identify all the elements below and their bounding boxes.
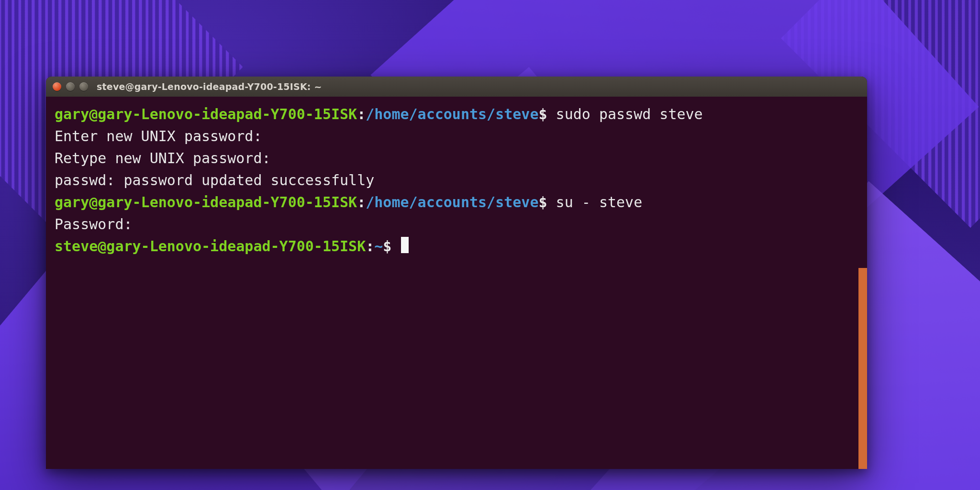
output-text: Retype new UNIX password:: [55, 150, 279, 167]
prompt-dollar: $: [538, 106, 556, 122]
scrollbar[interactable]: [858, 268, 867, 469]
prompt-colon: :: [357, 106, 366, 122]
prompt-dollar: $: [538, 194, 556, 211]
terminal-output-line: Retype new UNIX password:: [55, 147, 858, 169]
terminal-output-line: Enter new UNIX password:: [55, 125, 858, 147]
minimize-icon[interactable]: [66, 82, 75, 91]
terminal-body[interactable]: gary@gary-Lenovo-ideapad-Y700-15ISK:/hom…: [46, 97, 867, 469]
maximize-icon[interactable]: [79, 82, 88, 91]
terminal-output-line: Password:: [55, 213, 858, 235]
output-text: Password:: [55, 216, 141, 233]
terminal-prompt-line: gary@gary-Lenovo-ideapad-Y700-15ISK:/hom…: [55, 103, 858, 125]
prompt-colon: :: [357, 194, 366, 211]
command-text: su - steve: [556, 194, 643, 211]
prompt-path: /home/accounts/steve: [366, 106, 538, 122]
terminal-prompt-line: steve@gary-Lenovo-ideapad-Y700-15ISK:~$: [55, 235, 858, 257]
terminal-window: steve@gary-Lenovo-ideapad-Y700-15ISK: ~ …: [46, 77, 867, 469]
prompt-user: gary@gary-Lenovo-ideapad-Y700-15ISK: [55, 106, 357, 122]
cursor-icon: [401, 237, 409, 253]
terminal-prompt-line: gary@gary-Lenovo-ideapad-Y700-15ISK:/hom…: [55, 191, 858, 213]
output-text: passwd: password updated successfully: [55, 172, 374, 189]
prompt-path: ~: [374, 238, 383, 255]
prompt-path: /home/accounts/steve: [366, 194, 538, 211]
prompt-user: steve@gary-Lenovo-ideapad-Y700-15ISK: [55, 238, 366, 255]
prompt-dollar: $: [383, 238, 400, 255]
terminal-output-line: passwd: password updated successfully: [55, 169, 858, 191]
window-titlebar[interactable]: steve@gary-Lenovo-ideapad-Y700-15ISK: ~: [46, 77, 867, 97]
command-text: sudo passwd steve: [556, 106, 703, 122]
window-title: steve@gary-Lenovo-ideapad-Y700-15ISK: ~: [97, 81, 322, 92]
output-text: Enter new UNIX password:: [55, 128, 271, 145]
close-icon[interactable]: [53, 82, 61, 91]
prompt-user: gary@gary-Lenovo-ideapad-Y700-15ISK: [55, 194, 357, 211]
prompt-colon: :: [366, 238, 374, 255]
